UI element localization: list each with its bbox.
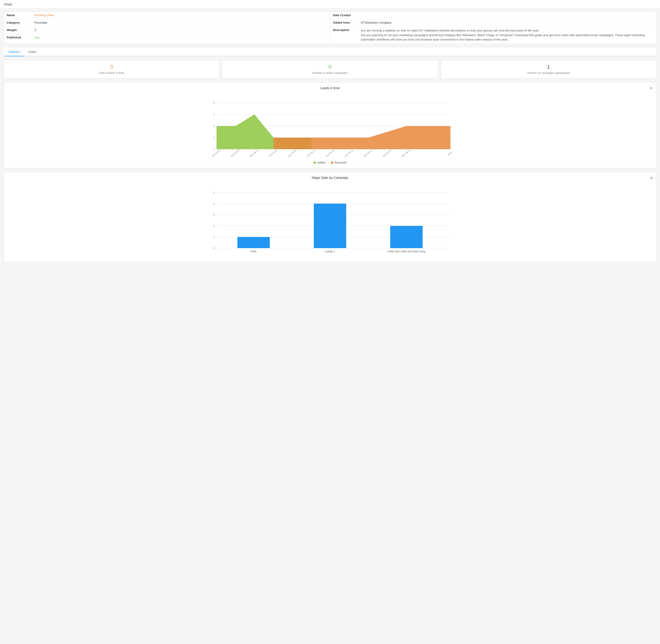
bar-loyalty1 (314, 204, 346, 248)
stat-label-campaigns: Number of active campaigns (225, 71, 435, 75)
tab-statistics[interactable]: Statistics (5, 48, 24, 56)
svg-text:0: 0 (213, 148, 215, 151)
label-name: Name (7, 14, 34, 17)
value-weight: 2 (34, 28, 327, 32)
svg-text:2022-08-03: 2022-08-03 (230, 149, 240, 158)
stat-label-leads: Total number of lead (7, 71, 216, 75)
campaign-bar-chart: 5 4 3 2 1 0 Order Loyalty 1 Chiến dịch c… (8, 183, 652, 258)
svg-text:2: 2 (213, 124, 215, 128)
stat-card-leads: 3 Total number of lead (4, 60, 219, 78)
label-date-creator: Date Creator (333, 14, 361, 17)
leads-chart-title: Leads in time (8, 86, 652, 90)
campaign-chart-title: Stage Stats by Campaign (8, 176, 652, 180)
svg-text:2: 2 (213, 225, 215, 227)
label-description: Description (333, 28, 361, 32)
campaign-chart-svg: 5 4 3 2 1 0 Order Loyalty 1 Chiến dịch c… (8, 183, 652, 257)
svg-text:2022-08-19: 2022-08-19 (382, 149, 392, 158)
legend-added: Added (313, 161, 325, 164)
svg-marker-11 (274, 126, 450, 149)
svg-text:2022-08-21: 2022-08-21 (401, 149, 411, 158)
leads-chart-menu-icon[interactable]: ≡ (650, 86, 652, 90)
label-weight: Weight (7, 28, 34, 32)
svg-text:2022-08-11: 2022-08-11 (306, 149, 316, 158)
legend-removed-dot (331, 161, 333, 164)
stat-label-participated: Number of campaigns participated (444, 71, 653, 75)
svg-text:2022-08-13: 2022-08-13 (325, 149, 335, 158)
campaign-chart-menu-icon[interactable]: ≡ (650, 176, 652, 180)
info-row-published: Published Yes (4, 34, 330, 41)
leads-chart-svg: 4 3 2 1 0 2022-08-01 2022-08-03 2022-08-… (8, 94, 652, 158)
leads-chart-area: 4 3 2 1 0 2022-08-01 2022-08-03 2022-08-… (8, 94, 652, 159)
page-header: Stage (0, 0, 660, 8)
svg-text:2022-08-15: 2022-08-15 (344, 149, 354, 158)
info-row-name: Name Booking online (4, 12, 330, 19)
svg-text:4: 4 (213, 202, 215, 205)
stat-number-campaigns: 0 (225, 64, 435, 70)
svg-text:2022-: 2022- (447, 151, 453, 156)
stat-card-participated: 1 Number of campaigns participated (441, 60, 656, 78)
info-row-added-from: Added from GTSSolution Company (330, 19, 656, 26)
info-row-date-creator: Date Creator (330, 12, 656, 19)
campaign-chart-card: Stage Stats by Campaign ≡ 5 4 3 2 1 0 (4, 172, 656, 262)
stat-number-participated: 1 (444, 64, 653, 70)
value-name: Booking online (34, 14, 327, 17)
legend-removed-label: Removed (335, 161, 347, 164)
svg-text:Loyalty 1: Loyalty 1 (325, 250, 335, 253)
svg-text:3: 3 (213, 113, 215, 116)
bar-order (237, 237, 270, 248)
legend-added-label: Added (317, 161, 325, 164)
svg-text:Order: Order (250, 250, 257, 253)
label-category: Category (7, 21, 34, 24)
svg-text:2022-08-17: 2022-08-17 (363, 149, 373, 158)
stats-row: 3 Total number of lead 0 Number of activ… (4, 60, 656, 78)
info-row-weight: Weight 2 (4, 26, 330, 34)
value-description: You are running a webinar on how to make… (361, 28, 654, 42)
label-added-from: Added from (333, 21, 361, 24)
svg-text:5: 5 (213, 191, 215, 194)
svg-text:2022-08-05: 2022-08-05 (249, 149, 259, 158)
svg-text:1: 1 (213, 136, 215, 139)
svg-text:1: 1 (213, 236, 215, 238)
leads-chart-card: Leads in time ≡ 4 3 2 1 0 (4, 82, 656, 168)
info-row-category: Category Purchase (4, 19, 330, 26)
info-right: Date Creator Added from GTSSolution Comp… (330, 12, 656, 44)
tab-leads[interactable]: Leads (24, 48, 40, 56)
page-title: Stage (4, 2, 12, 6)
legend-removed: Removed (331, 161, 347, 164)
bar-campaign3 (390, 226, 423, 248)
value-added-from: GTSSolution Company (361, 21, 654, 24)
svg-text:2022-08-09: 2022-08-09 (287, 149, 297, 158)
svg-text:4: 4 (213, 101, 215, 104)
tabs-bar: Statistics Leads (4, 48, 656, 56)
svg-text:2022-08-01: 2022-08-01 (211, 149, 221, 158)
svg-text:Chiến dịch chăm sóc khách hàng: Chiến dịch chăm sóc khách hàng (387, 250, 425, 253)
info-row-description: Description You are running a webinar on… (330, 26, 656, 44)
label-published: Published (7, 36, 34, 39)
leads-chart-legend: Added Removed (8, 161, 652, 164)
stat-number-leads: 3 (7, 64, 216, 70)
svg-text:2022-08-07: 2022-08-07 (268, 149, 278, 158)
info-left: Name Booking online Category Purchase We… (4, 12, 330, 44)
value-published: Yes (34, 36, 327, 39)
svg-text:0: 0 (213, 247, 215, 250)
value-category: Purchase (34, 21, 327, 24)
svg-text:3: 3 (213, 213, 215, 216)
info-card: Name Booking online Category Purchase We… (4, 12, 656, 44)
stat-card-campaigns: 0 Number of active campaigns (222, 60, 438, 78)
legend-added-dot (313, 161, 316, 164)
